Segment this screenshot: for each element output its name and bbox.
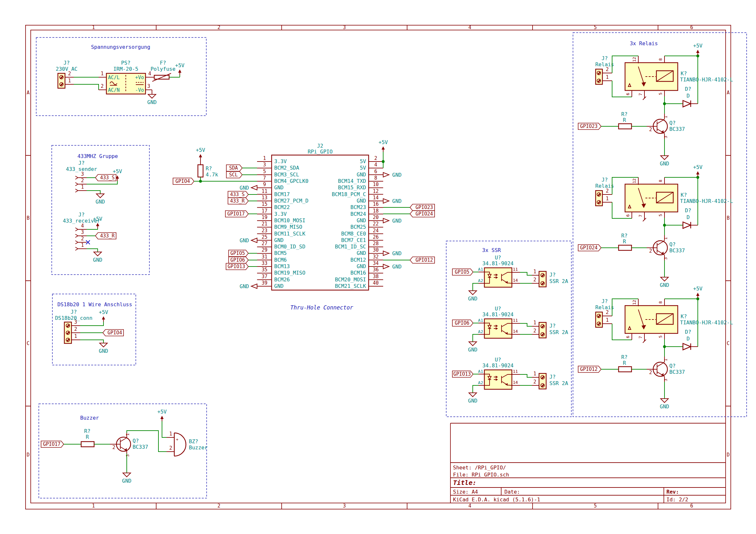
schematic-sheet[interactable]: 1 2 3 4 5 6 1 2 3 4 5 6 A B C D A B C D …	[0, 0, 756, 534]
relay-value: TIANBO-HJR-4102-L	[680, 198, 733, 204]
resistor-symbol[interactable]	[619, 245, 632, 250]
pin-number: 28	[373, 241, 379, 246]
gnd-icon[interactable]	[661, 399, 668, 402]
ds18b20-block[interactable]: DS18b20 1 Wire Anschluss J? DS18b20_conn…	[52, 294, 136, 365]
gnd-icon[interactable]	[99, 343, 107, 347]
wire[interactable]	[87, 181, 117, 184]
wire[interactable]	[520, 374, 532, 377]
buzzer-ref: BZ?	[189, 438, 198, 445]
pin-name: BCM19_MISO	[274, 270, 305, 276]
relay-symbol[interactable]	[625, 306, 678, 333]
connector-left-pins[interactable]: 13.3V3BCM2_SDA5BCM3_SCL7BCM4_GPCLK09GND1…	[257, 155, 309, 289]
gnd-flag-icon[interactable]	[251, 238, 257, 242]
pin-number: 5	[658, 214, 663, 216]
wire[interactable]	[87, 249, 98, 252]
wire[interactable]	[87, 228, 98, 229]
gnd-flag-icon[interactable]	[251, 186, 257, 190]
ds18b20-ref: J?	[70, 309, 77, 315]
pin-name: 5V	[360, 158, 366, 165]
power-5v-icon[interactable]	[696, 293, 699, 298]
ssr-block[interactable]: 3x SSR U? 34.81-9024 GPIO5 A1 A2 11 14 1…	[446, 241, 571, 417]
pin-number: 1	[663, 116, 668, 118]
pin-name: BCM9_MISO	[274, 224, 302, 230]
wire[interactable]	[80, 340, 103, 343]
buzzer-value: Buzzer	[189, 445, 207, 451]
wire[interactable]	[473, 334, 478, 342]
pin-name: A2	[478, 329, 483, 334]
rpi-gpio-connector[interactable]: J2 RPi_GPIO 13.3V3BCM2_SDA5BCM3_SCL7BCM4…	[173, 139, 435, 311]
relay-symbol[interactable]	[625, 63, 678, 90]
gnd-icon[interactable]	[123, 473, 131, 477]
diode-symbol[interactable]	[683, 222, 691, 228]
resistor-symbol[interactable]	[81, 442, 94, 447]
relay-unit[interactable]: J? Relais 2 1 12 8 6 7 5 K? TIANBO-HJR-4…	[578, 164, 733, 288]
pin-number: 1	[606, 196, 608, 202]
gnd-icon[interactable]	[661, 277, 668, 281]
psu-block[interactable]: Spannungsversorgung J? 230V AC 2 1 1 2 P…	[36, 38, 206, 116]
gnd-icon[interactable]	[469, 393, 477, 397]
connector-right-pins[interactable]: 25V45V6GND8BCM14_TXD10BCM15_RXD12BCM18_P…	[332, 155, 383, 289]
pin-number: 12	[373, 188, 379, 194]
pin-name: BCM18_PCM_C	[332, 191, 366, 197]
pin-number: 36	[373, 267, 379, 273]
power-5v-icon[interactable]	[102, 316, 105, 322]
gnd-icon[interactable]	[469, 342, 477, 346]
diode-value: D	[687, 214, 690, 220]
power-5v-icon[interactable]	[696, 171, 699, 177]
frame-col-label: 1	[92, 503, 95, 509]
relais-block[interactable]: 3x Relais J? Relais 2 1 12 8 6 7 5 K? TI…	[573, 33, 747, 417]
gnd-flag-icon[interactable]	[383, 172, 389, 177]
gnd-icon[interactable]	[94, 252, 101, 256]
wire[interactable]	[520, 323, 532, 326]
buzzer-block[interactable]: Buzzer GPIO17 R? R 2 Q? BC337 1 2 +5V 1 …	[39, 404, 207, 498]
pin-number: 12	[632, 300, 637, 305]
relay-unit[interactable]: J? Relais 2 1 12 8 6 7 5 K? TIANBO-HJR-4…	[578, 286, 733, 410]
wire[interactable]	[80, 322, 103, 326]
wire[interactable]	[473, 385, 478, 393]
power-5v-icon[interactable]	[160, 416, 164, 421]
diode-symbol[interactable]	[683, 343, 691, 350]
schematic-canvas[interactable]: 1 2 3 4 5 6 1 2 3 4 5 6 A B C D A B C D …	[0, 0, 756, 534]
pin-number: 1	[533, 269, 536, 275]
global-label-text: 433_S	[100, 175, 115, 181]
gnd-icon[interactable]	[96, 194, 104, 198]
resistor-symbol[interactable]	[619, 124, 632, 129]
gnd-flag-icon[interactable]	[251, 284, 257, 289]
buzzer-symbol[interactable]	[174, 433, 186, 456]
gnd-flag-icon[interactable]	[383, 218, 389, 223]
gnd-flag-icon[interactable]	[383, 264, 389, 269]
resistor-symbol[interactable]	[619, 367, 632, 372]
pin-number: 2	[606, 310, 608, 315]
wire[interactable]	[473, 283, 478, 291]
frame-col-label: 4	[468, 503, 471, 509]
pin-number: 8	[658, 58, 663, 61]
pin-number: 5	[658, 335, 663, 338]
pin-name: BCM3_SCL	[274, 171, 299, 178]
relay-value: TIANBO-HJR-4102-L	[680, 319, 733, 326]
ssr-unit[interactable]: U? 34.81-9024 GPIO13 A1 A2 11 14 1 2 J? …	[452, 357, 568, 404]
gnd-label: GND	[468, 398, 477, 404]
power-5v-icon[interactable]	[199, 154, 202, 160]
gnd-icon[interactable]	[469, 291, 477, 294]
wire[interactable]	[87, 191, 100, 194]
wire[interactable]	[520, 272, 532, 275]
gnd-icon[interactable]	[148, 94, 156, 98]
ssr-unit[interactable]: U? 34.81-9024 GPIO6 A1 A2 11 14 1 2 J? S…	[452, 306, 568, 353]
power-5v-icon[interactable]	[696, 50, 699, 55]
power-5v-icon[interactable]	[178, 69, 181, 75]
rf433-block-title: 433MHZ Gruppe	[77, 153, 118, 159]
pin-number: 20	[373, 215, 379, 220]
relay-symbol[interactable]	[625, 184, 678, 212]
pullup-resistor-symbol[interactable]	[198, 165, 203, 177]
gnd-flag-icon[interactable]	[383, 199, 389, 203]
power-5v-icon[interactable]	[382, 146, 385, 152]
wire[interactable]	[162, 421, 167, 437]
buzzer-block-title: Buzzer	[80, 415, 99, 421]
wire[interactable]	[74, 84, 99, 90]
gnd-icon[interactable]	[661, 156, 668, 160]
gnd-flag-icon[interactable]	[383, 251, 389, 256]
ssr-unit[interactable]: U? 34.81-9024 GPIO5 A1 A2 11 14 1 2 J? S…	[452, 255, 568, 302]
diode-symbol[interactable]	[683, 100, 691, 107]
rf433-block[interactable]: 433MHZ Gruppe J? 433_sender 3 2 1 433_S …	[52, 145, 149, 275]
relay-unit[interactable]: J? Relais 2 1 12 8 6 7 5 K? TIANBO-HJR-4…	[578, 43, 733, 167]
